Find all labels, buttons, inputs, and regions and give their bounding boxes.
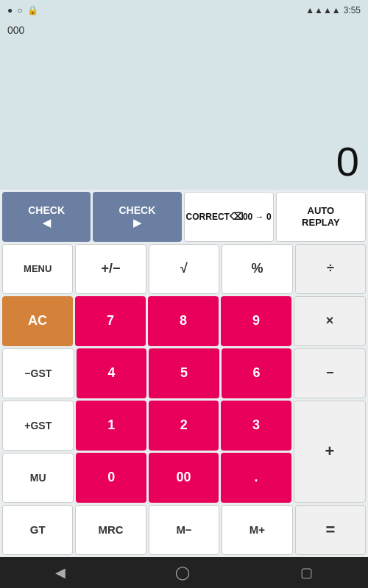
status-right-icons: ▲▲▲▲ 3:55: [305, 5, 361, 15]
calculator-area: CHECK◀ CHECK▶ CORRECT⌫ 00 → 0 AUTOREPLAY…: [0, 190, 368, 557]
zero-button[interactable]: 0: [76, 453, 146, 503]
num-row-789: AC 7 8 9 ×: [2, 296, 366, 346]
wifi-icon: ●: [7, 5, 13, 15]
num-row-0-inner: MU000.: [2, 453, 291, 503]
nine-button[interactable]: 9: [221, 296, 291, 346]
num-row-123-inner: +GST123: [2, 401, 291, 451]
double-zero-button[interactable]: 00: [149, 453, 219, 503]
plus-gst-button[interactable]: +GST: [2, 401, 74, 451]
menu-button[interactable]: MENU: [2, 244, 73, 294]
status-bar: ● ○ 🔒 ▲▲▲▲ 3:55: [0, 0, 368, 21]
sqrt-button[interactable]: √: [149, 244, 219, 294]
plus-button[interactable]: +: [294, 401, 366, 503]
home-nav-icon[interactable]: ◯: [175, 564, 190, 581]
decimal-button[interactable]: .: [221, 453, 291, 503]
num-row-456: −GST 4 5 6 −: [2, 348, 366, 398]
time-display: 3:55: [344, 5, 361, 15]
ac-button[interactable]: AC: [2, 296, 73, 346]
ops-row-1: MENU +/− √ % ÷: [2, 244, 366, 294]
tape-display: 000: [7, 24, 361, 38]
multiply-button[interactable]: ×: [294, 296, 366, 346]
two-button[interactable]: 2: [149, 401, 219, 451]
lock-icon: 🔒: [27, 5, 38, 15]
minus-button[interactable]: −: [294, 348, 366, 398]
gt-button[interactable]: GT: [2, 505, 73, 555]
function-row: CHECK◀ CHECK▶ CORRECT⌫ 00 → 0 AUTOREPLAY: [2, 192, 366, 242]
seven-button[interactable]: 7: [75, 296, 146, 346]
recent-nav-icon[interactable]: ▢: [300, 564, 313, 581]
main-display: 0: [336, 137, 359, 185]
percent-button[interactable]: %: [222, 244, 292, 294]
four-button[interactable]: 4: [77, 348, 147, 398]
correct-button[interactable]: CORRECT⌫ 00 → 0: [184, 192, 274, 242]
divide-button[interactable]: ÷: [295, 244, 366, 294]
back-nav-icon[interactable]: ◀: [55, 564, 66, 581]
check-forward-button[interactable]: CHECK▶: [93, 192, 181, 242]
m-plus-button[interactable]: M+: [222, 505, 292, 555]
check-back-button[interactable]: CHECK◀: [2, 192, 91, 242]
bluetooth-icon: ○: [17, 5, 22, 15]
auto-replay-button[interactable]: AUTOREPLAY: [276, 192, 366, 242]
signal-icon: ▲▲▲▲: [305, 5, 341, 15]
m-minus-button[interactable]: M−: [149, 505, 219, 555]
status-left-icons: ● ○ 🔒: [7, 5, 38, 15]
mu-button[interactable]: MU: [2, 453, 74, 503]
six-button[interactable]: 6: [222, 348, 292, 398]
eight-button[interactable]: 8: [148, 296, 219, 346]
mrc-button[interactable]: MRC: [75, 505, 146, 555]
equals-button[interactable]: =: [295, 505, 366, 555]
one-button[interactable]: 1: [76, 401, 146, 451]
display-area: 000 0: [0, 21, 368, 190]
three-button[interactable]: 3: [221, 401, 291, 451]
five-button[interactable]: 5: [149, 348, 219, 398]
memory-row: GT MRC M− M+ =: [2, 505, 366, 555]
num-rows-combined: +GST123MU000.+: [2, 401, 366, 503]
minus-gst-button[interactable]: −GST: [2, 348, 74, 398]
navigation-bar: ◀ ◯ ▢: [0, 557, 368, 588]
sign-toggle-button[interactable]: +/−: [75, 244, 146, 294]
